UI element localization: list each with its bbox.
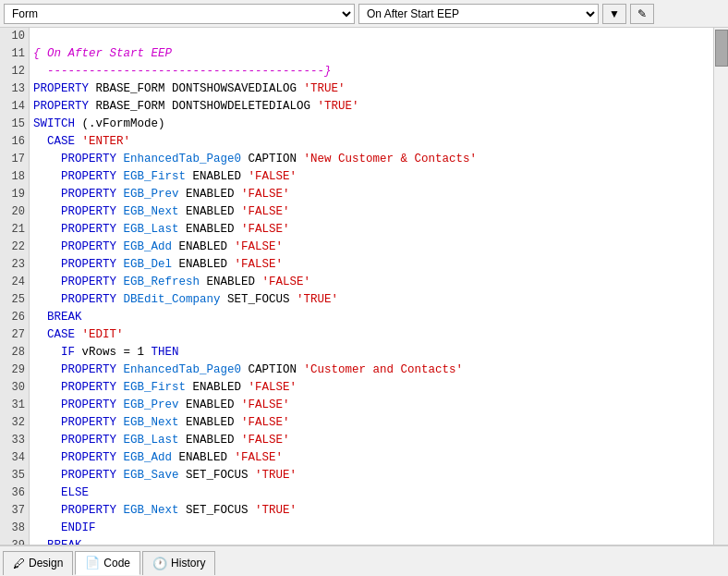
code-line-30: PROPERTY EGB_First ENABLED 'FALSE' bbox=[33, 379, 710, 397]
line-num-14: 14 bbox=[0, 98, 29, 116]
tab-design-label: Design bbox=[29, 557, 63, 570]
line-num-11: 11 bbox=[0, 45, 29, 63]
scrollbar[interactable] bbox=[713, 28, 728, 545]
code-line-19: PROPERTY EGB_Prev ENABLED 'FALSE' bbox=[33, 186, 710, 203]
line-num-22: 22 bbox=[0, 239, 29, 256]
line-num-12: 12 bbox=[0, 63, 29, 80]
code-line-26: BREAK bbox=[33, 309, 710, 326]
line-num-24: 24 bbox=[0, 274, 29, 291]
line-num-26: 26 bbox=[0, 309, 29, 326]
code-line-27: CASE 'EDIT' bbox=[33, 326, 710, 344]
code-line-23: PROPERTY EGB_Del ENABLED 'FALSE' bbox=[33, 256, 710, 274]
line-num-25: 25 bbox=[0, 291, 29, 309]
code-icon: 📄 bbox=[85, 556, 100, 570]
line-num-19: 19 bbox=[0, 186, 29, 203]
line-num-32: 32 bbox=[0, 414, 29, 432]
line-num-39: 39 bbox=[0, 537, 29, 545]
code-area: 1011121314151617181920212223242526272829… bbox=[0, 28, 728, 545]
code-line-18: PROPERTY EGB_First ENABLED 'FALSE' bbox=[33, 168, 710, 186]
code-line-34: PROPERTY EGB_Add ENABLED 'FALSE' bbox=[33, 449, 710, 467]
code-line-14: PROPERTY RBASE_FORM DONTSHOWDELETEDIALOG… bbox=[33, 98, 710, 116]
tab-design[interactable]: 🖊 Design bbox=[3, 551, 73, 575]
line-num-27: 27 bbox=[0, 326, 29, 344]
line-num-15: 15 bbox=[0, 116, 29, 133]
code-line-22: PROPERTY EGB_Add ENABLED 'FALSE' bbox=[33, 239, 710, 256]
line-num-17: 17 bbox=[0, 151, 29, 168]
code-line-13: PROPERTY RBASE_FORM DONTSHOWSAVEDIALOG '… bbox=[33, 80, 710, 98]
code-line-20: PROPERTY EGB_Next ENABLED 'FALSE' bbox=[33, 203, 710, 221]
line-num-33: 33 bbox=[0, 432, 29, 449]
code-line-15: SWITCH (.vFormMode) bbox=[33, 116, 710, 133]
line-num-36: 36 bbox=[0, 484, 29, 502]
toolbar-btn-2[interactable]: ✎ bbox=[630, 4, 654, 24]
event-select[interactable]: On After Start EEP bbox=[358, 4, 599, 24]
line-num-37: 37 bbox=[0, 502, 29, 520]
line-num-21: 21 bbox=[0, 221, 29, 239]
line-num-35: 35 bbox=[0, 467, 29, 484]
line-num-31: 31 bbox=[0, 397, 29, 414]
line-num-18: 18 bbox=[0, 168, 29, 186]
line-num-34: 34 bbox=[0, 449, 29, 467]
line-num-23: 23 bbox=[0, 256, 29, 274]
line-num-13: 13 bbox=[0, 80, 29, 98]
line-num-30: 30 bbox=[0, 379, 29, 397]
code-line-29: PROPERTY EnhancedTab_Page0 CAPTION 'Cust… bbox=[33, 362, 710, 379]
code-line-21: PROPERTY EGB_Last ENABLED 'FALSE' bbox=[33, 221, 710, 239]
design-icon: 🖊 bbox=[13, 557, 25, 570]
line-num-16: 16 bbox=[0, 133, 29, 151]
line-num-29: 29 bbox=[0, 362, 29, 379]
code-content[interactable]: { On After Start EEP -------------------… bbox=[30, 28, 713, 545]
code-line-17: PROPERTY EnhancedTab_Page0 CAPTION 'New … bbox=[33, 151, 710, 168]
line-num-10: 10 bbox=[0, 28, 29, 45]
code-line-39: BREAK bbox=[33, 537, 710, 545]
tab-history-label: History bbox=[171, 557, 205, 570]
code-line-11: { On After Start EEP bbox=[33, 45, 710, 63]
form-select[interactable]: Form bbox=[4, 4, 355, 24]
code-line-31: PROPERTY EGB_Prev ENABLED 'FALSE' bbox=[33, 397, 710, 414]
line-num-28: 28 bbox=[0, 344, 29, 362]
line-num-38: 38 bbox=[0, 520, 29, 537]
code-line-37: PROPERTY EGB_Next SET_FOCUS 'TRUE' bbox=[33, 502, 710, 520]
code-line-28: IF vRows = 1 THEN bbox=[33, 344, 710, 362]
tab-code[interactable]: 📄 Code bbox=[75, 551, 140, 575]
code-line-32: PROPERTY EGB_Next ENABLED 'FALSE' bbox=[33, 414, 710, 432]
code-line-35: PROPERTY EGB_Save SET_FOCUS 'TRUE' bbox=[33, 467, 710, 484]
code-line-38: ENDIF bbox=[33, 520, 710, 537]
bottom-tabs: 🖊 Design 📄 Code 🕐 History bbox=[0, 545, 728, 576]
tab-code-label: Code bbox=[103, 557, 130, 570]
tab-history[interactable]: 🕐 History bbox=[142, 551, 215, 575]
line-numbers: 1011121314151617181920212223242526272829… bbox=[0, 28, 30, 545]
code-line-36: ELSE bbox=[33, 484, 710, 502]
code-line-25: PROPERTY DBEdit_Company SET_FOCUS 'TRUE' bbox=[33, 291, 710, 309]
line-num-20: 20 bbox=[0, 203, 29, 221]
code-line-33: PROPERTY EGB_Last ENABLED 'FALSE' bbox=[33, 432, 710, 449]
toolbar-btn-1[interactable]: ▼ bbox=[602, 4, 626, 24]
code-line-10 bbox=[33, 28, 710, 45]
edit-icon: ✎ bbox=[637, 7, 647, 20]
toolbar: Form On After Start EEP ▼ ✎ bbox=[0, 0, 728, 28]
code-line-16: CASE 'ENTER' bbox=[33, 133, 710, 151]
dropdown-icon: ▼ bbox=[609, 7, 620, 20]
code-line-12: ----------------------------------------… bbox=[33, 63, 710, 80]
code-line-24: PROPERTY EGB_Refresh ENABLED 'FALSE' bbox=[33, 274, 710, 291]
history-icon: 🕐 bbox=[152, 557, 167, 570]
